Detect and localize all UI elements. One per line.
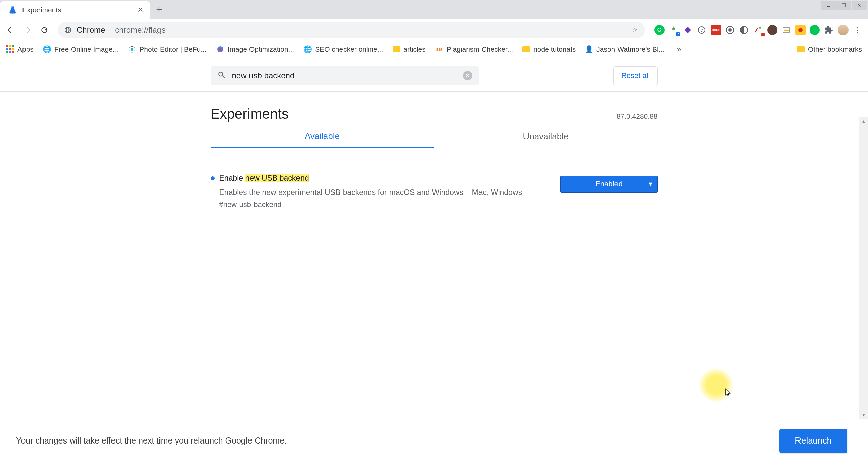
select-value: Enabled (595, 180, 623, 189)
extension-icon-9[interactable] (767, 25, 777, 35)
close-tab-icon[interactable]: ✕ (136, 6, 145, 14)
folder-icon (393, 46, 400, 52)
reset-label: Reset all (621, 71, 650, 80)
svg-point-18 (219, 48, 222, 51)
bookmark-label: Photo Editor | BeFu... (140, 46, 207, 53)
extension-icon-12[interactable] (810, 25, 820, 35)
back-button[interactable] (4, 23, 18, 37)
svg-rect-13 (784, 30, 789, 31)
profile-avatar[interactable] (838, 25, 848, 35)
flag-anchor-link[interactable]: #new-usb-backend (219, 200, 282, 209)
url-scheme: Chrome (76, 25, 105, 35)
globe-icon: 🌐 (43, 46, 51, 53)
reset-all-button[interactable]: Reset all (614, 66, 658, 85)
search-row: ✕ Reset all (211, 58, 658, 91)
befunky-icon (128, 46, 136, 53)
browser-tab[interactable]: Experiments ✕ (0, 1, 150, 20)
bookmark-label: Plagiarism Checker... (446, 46, 513, 53)
bookmark-item[interactable]: 👤Jason Watmore's Bl... (585, 46, 664, 53)
svg-point-9 (728, 28, 732, 32)
extension-icon-7[interactable] (739, 25, 749, 35)
tab-title: Experiments (22, 6, 132, 14)
extension-icon-4[interactable]: c (697, 25, 707, 35)
apps-grid-icon (6, 46, 14, 53)
bookmarks-overflow-icon[interactable]: » (674, 45, 684, 54)
extension-icon-6[interactable] (725, 25, 735, 35)
version-label: 87.0.4280.88 (617, 112, 658, 120)
bookmark-star-icon[interactable]: ☆ (630, 26, 639, 34)
clear-search-icon[interactable]: ✕ (463, 71, 472, 80)
bookmark-item[interactable]: 🌐Free Online Image... (43, 46, 119, 53)
window-close-button[interactable]: ✕ (852, 1, 867, 10)
scrollbar-track[interactable] (859, 117, 868, 419)
chrome-menu-icon[interactable]: ⋮ (852, 25, 863, 35)
avatar-icon: 👤 (585, 46, 593, 53)
tab-unavailable[interactable]: Unavailable (434, 125, 658, 148)
bookmark-label: Other bookmarks (808, 46, 862, 53)
folder-icon (523, 46, 530, 52)
toolbar: Chrome chrome://flags ☆ G 7 c CORS ⋮ (0, 20, 868, 40)
svg-point-16 (131, 48, 133, 51)
flag-description: Enables the new experimental USB backend… (219, 187, 550, 198)
address-bar[interactable]: Chrome chrome://flags ☆ (58, 22, 645, 38)
bookmark-item[interactable]: articles (393, 46, 426, 53)
page-content: ✕ Reset all Experiments 87.0.4280.88 Ava… (0, 58, 868, 462)
other-bookmarks[interactable]: Other bookmarks (797, 46, 862, 53)
flag-title: Enable new USB backend (219, 174, 309, 183)
extension-icon-1[interactable]: G (654, 25, 664, 35)
extensions-row: G 7 c CORS ⋮ (654, 25, 863, 35)
extension-icon-2[interactable]: 7 (669, 25, 679, 35)
extension-icon-3[interactable] (683, 25, 693, 35)
relaunch-footer: Your changes will take effect the next t… (0, 419, 868, 462)
bookmarks-bar: Apps 🌐Free Online Image... Photo Editor … (0, 40, 868, 58)
flask-icon (8, 5, 18, 15)
tabs: Available Unavailable (211, 125, 658, 148)
bookmark-item[interactable]: sstPlagiarism Checker... (435, 46, 513, 53)
search-icon (217, 70, 226, 81)
bookmark-item[interactable]: Image Optimization... (216, 46, 294, 53)
apps-button[interactable]: Apps (6, 46, 34, 53)
search-input[interactable] (232, 71, 457, 80)
extension-icon-8[interactable] (753, 25, 763, 35)
tab-label: Unavailable (523, 132, 569, 142)
bookmark-item[interactable]: Photo Editor | BeFu... (128, 46, 207, 53)
svg-rect-1 (842, 4, 845, 7)
url-separator (110, 25, 110, 35)
window-controls: ✕ (821, 1, 867, 10)
folder-icon (797, 46, 805, 52)
extension-icon-10[interactable] (781, 25, 792, 35)
flag-state-select[interactable]: Enabled ▾ (560, 176, 658, 193)
relaunch-button[interactable]: Relaunch (779, 429, 847, 453)
site-icon (216, 46, 224, 53)
titlebar: Experiments ✕ + ✕ (0, 0, 868, 20)
scroll-down-icon[interactable]: ▼ (859, 410, 868, 419)
bookmark-item[interactable]: 🌐SEO checker online... (304, 46, 383, 53)
bookmark-item[interactable]: node tutorials (523, 46, 576, 53)
minimize-button[interactable] (821, 1, 836, 10)
extension-icon-5[interactable]: CORS (711, 25, 721, 35)
bookmark-label: Free Online Image... (54, 46, 119, 53)
maximize-button[interactable] (836, 1, 851, 10)
site-info-icon[interactable] (64, 26, 72, 34)
flags-search-box[interactable]: ✕ (211, 66, 479, 85)
apps-label: Apps (18, 46, 34, 53)
footer-message: Your changes will take effect the next t… (16, 436, 287, 445)
svg-rect-0 (827, 6, 830, 7)
cursor-icon (725, 388, 732, 400)
new-tab-button[interactable]: + (150, 1, 168, 18)
tab-label: Available (305, 131, 340, 141)
svg-rect-5 (672, 29, 675, 30)
reload-button[interactable] (38, 23, 51, 37)
tab-available[interactable]: Available (211, 125, 434, 148)
forward-button[interactable] (21, 23, 34, 37)
bookmark-label: SEO checker online... (315, 46, 383, 53)
scroll-up-icon[interactable]: ▲ (859, 117, 868, 126)
sst-icon: sst (435, 46, 443, 53)
bookmark-label: Image Optimization... (228, 46, 294, 53)
svg-point-11 (759, 27, 761, 29)
url-path: chrome://flags (115, 25, 626, 35)
extension-icon-11[interactable] (796, 25, 806, 35)
extensions-menu-icon[interactable] (824, 25, 834, 35)
flag-title-highlight: new USB backend (245, 174, 309, 182)
bookmark-label: Jason Watmore's Bl... (596, 46, 664, 53)
